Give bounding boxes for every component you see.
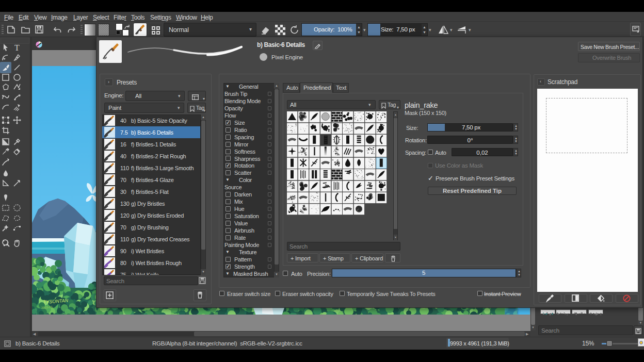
svg-text:T: T bbox=[14, 43, 20, 52]
